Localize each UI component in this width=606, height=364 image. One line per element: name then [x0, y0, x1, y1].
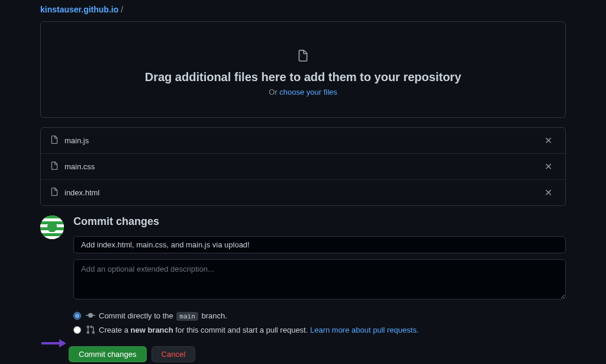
uploaded-files-list: main.js ✕ main.css ✕ index.html ✕ [40, 127, 566, 206]
breadcrumb: kinstauser.github.io / [40, 0, 566, 21]
commit-direct-label: Commit directly to the main branch. [99, 311, 227, 320]
file-name: index.html [65, 188, 541, 197]
commit-pr-option[interactable]: Create a new branch for this commit and … [73, 323, 566, 337]
remove-file-button[interactable]: ✕ [541, 186, 556, 199]
file-name: main.js [65, 136, 541, 145]
commit-pr-radio[interactable] [73, 326, 81, 334]
commit-direct-option[interactable]: Commit directly to the main branch. [73, 308, 566, 323]
commit-buttons: Commit changes Cancel [69, 346, 566, 362]
cancel-button[interactable]: Cancel [152, 346, 195, 362]
drop-zone-heading: Drag additional files here to add them t… [53, 70, 553, 84]
breadcrumb-repo-link[interactable]: kinstauser.github.io [40, 5, 118, 14]
remove-file-button[interactable]: ✕ [541, 134, 556, 147]
avatar [40, 215, 64, 239]
commit-pr-label: Create a new branch for this commit and … [99, 326, 419, 334]
pr-learn-more-link[interactable]: Learn more about pull requests. [310, 326, 419, 334]
breadcrumb-separator: / [121, 5, 123, 14]
pull-request-icon [86, 325, 95, 334]
file-name: main.css [65, 162, 541, 171]
commit-description-textarea[interactable] [73, 259, 566, 299]
commit-branch-options: Commit directly to the main branch. Crea… [73, 308, 566, 337]
svg-marker-1 [59, 339, 66, 347]
file-item: index.html ✕ [41, 180, 565, 205]
file-icon [50, 135, 59, 146]
commit-summary-input[interactable] [73, 236, 566, 253]
choose-files-link[interactable]: choose your files [279, 88, 337, 96]
commit-direct-radio[interactable] [73, 312, 81, 320]
arrow-annotation-icon [41, 339, 66, 347]
commit-changes-button[interactable]: Commit changes [69, 346, 147, 362]
remove-file-button[interactable]: ✕ [541, 160, 556, 173]
drop-zone-subtext: Or choose your files [53, 88, 553, 96]
commit-branch-icon [86, 311, 95, 320]
file-icon [50, 161, 59, 172]
file-item: main.css ✕ [41, 154, 565, 180]
file-item: main.js ✕ [41, 128, 565, 154]
file-icon [297, 49, 309, 65]
commit-section: Commit changes Commit directly to the ma… [40, 215, 566, 346]
file-drop-zone[interactable]: Drag additional files here to add them t… [40, 21, 566, 118]
commit-heading: Commit changes [73, 215, 566, 228]
file-icon [50, 187, 59, 198]
